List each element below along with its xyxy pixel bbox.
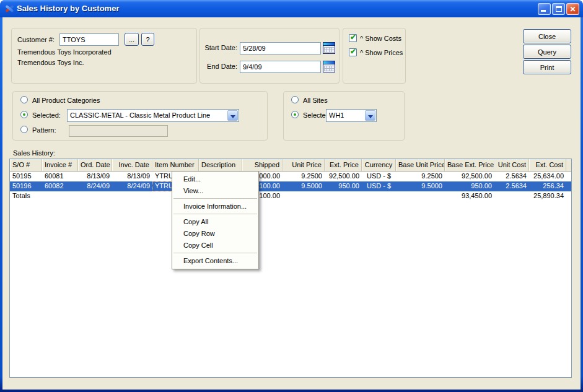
end-date-input[interactable] <box>240 61 321 73</box>
table-cell[interactable]: 9.2500 <box>283 172 325 181</box>
menu-item[interactable]: Export Contents... <box>172 255 258 267</box>
display-options-group: ✔ ^ Show Costs ✔ ^ Show Prices <box>343 28 406 84</box>
all-sites-radio[interactable] <box>291 96 299 103</box>
table-cell[interactable] <box>283 191 325 201</box>
selected-site-radio[interactable] <box>291 111 299 118</box>
table-cell[interactable]: 8/13/09 <box>78 172 112 181</box>
pattern-input[interactable] <box>69 125 168 137</box>
menu-item[interactable]: Copy Cell <box>172 240 258 251</box>
menu-item[interactable]: Edit... <box>172 173 258 185</box>
pattern-radio[interactable] <box>20 126 28 133</box>
table-cell[interactable]: 50196 <box>10 181 42 191</box>
table-header-row: S/O #Invoice #Ord. DateInvc. DateItem Nu… <box>10 159 571 172</box>
sites-group: All Sites Selected: WH1 <box>283 91 405 141</box>
table-row[interactable]: 50195600818/13/098/13/09YTRU10,000.009.2… <box>10 172 571 181</box>
table-cell[interactable]: 9.5000 <box>396 181 445 191</box>
column-header[interactable]: Unit Cost <box>494 159 529 171</box>
start-date-input[interactable] <box>240 42 321 54</box>
menu-item[interactable]: View... <box>172 185 258 197</box>
category-select-value: CLASSIC-METAL - Classic Metal Product Li… <box>70 111 226 119</box>
customer-label: Customer #: <box>17 36 55 43</box>
table-cell[interactable] <box>494 191 529 201</box>
column-header[interactable]: Invc. Date <box>112 159 152 171</box>
selected-category-radio[interactable] <box>20 111 28 118</box>
start-date-label: Start Date: <box>203 44 237 51</box>
customer-name-line2: Tremendous Toys Inc. <box>17 59 84 66</box>
show-costs-checkbox[interactable]: ✔ <box>349 34 357 42</box>
table-cell[interactable]: 8/24/09 <box>112 181 152 191</box>
column-header[interactable]: Currency <box>362 159 396 171</box>
start-date-calendar-icon[interactable] <box>323 42 335 54</box>
column-header[interactable]: S/O # <box>10 159 42 171</box>
column-header[interactable]: Ext. Price <box>325 159 362 171</box>
menu-separator <box>173 214 257 214</box>
check-icon: ✔ <box>350 48 356 56</box>
menu-item[interactable]: Copy Row <box>172 228 258 240</box>
chevron-down-icon[interactable] <box>365 110 375 121</box>
close-window-button[interactable]: ✕ <box>566 3 579 15</box>
table-row[interactable]: 50196600828/24/098/24/09YTRU100.009.5000… <box>10 181 571 191</box>
all-product-categories-radio[interactable] <box>20 96 28 103</box>
title-bar[interactable]: Sales History by Customer ✕ <box>0 0 583 17</box>
table-cell[interactable] <box>362 191 396 201</box>
table-cell[interactable]: 92,500.00 <box>325 172 362 181</box>
table-cell[interactable]: 8/24/09 <box>78 181 112 191</box>
table-cell[interactable]: 50195 <box>10 172 42 181</box>
sales-history-table[interactable]: S/O #Invoice #Ord. DateInvc. DateItem Nu… <box>9 159 572 378</box>
table-cell[interactable]: 9.5000 <box>283 181 325 191</box>
table-cell[interactable]: 60081 <box>42 172 78 181</box>
table-cell[interactable]: 8/13/09 <box>112 172 152 181</box>
table-cell[interactable]: 2.5634 <box>494 181 529 191</box>
maximize-icon <box>556 6 562 12</box>
table-cell[interactable] <box>78 191 112 201</box>
column-header[interactable]: Unit Price <box>283 159 325 171</box>
table-cell[interactable]: 2.5634 <box>494 172 529 181</box>
table-cell[interactable]: 25,634.00 <box>529 172 566 181</box>
column-header[interactable]: Base Ext. Price <box>445 159 494 171</box>
table-cell[interactable]: 950.00 <box>445 181 494 191</box>
table-cell[interactable]: 9.2500 <box>396 172 445 181</box>
table-cell[interactable] <box>396 191 445 201</box>
totals-row[interactable]: Totals10,100.0093,450.0025,890.34 <box>10 191 571 201</box>
window-title: Sales History by Customer <box>17 4 119 13</box>
customer-help-button[interactable]: ? <box>141 33 154 46</box>
column-header[interactable]: Ord. Date <box>78 159 112 171</box>
end-date-calendar-icon[interactable] <box>323 61 335 72</box>
close-button[interactable]: Close <box>523 29 571 43</box>
table-cell[interactable]: USD - $ <box>362 172 396 181</box>
table-cell[interactable]: 60082 <box>42 181 78 191</box>
column-header[interactable]: Shipped <box>242 159 283 171</box>
table-cell[interactable] <box>42 191 78 201</box>
table-cell[interactable]: 93,450.00 <box>445 191 494 201</box>
all-sites-label: All Sites <box>303 97 328 104</box>
column-header[interactable]: Description <box>199 159 242 171</box>
query-button[interactable]: Query <box>523 45 571 59</box>
chevron-down-icon[interactable] <box>227 110 238 121</box>
show-prices-label: ^ Show Prices <box>360 49 403 56</box>
table-cell[interactable]: 256.34 <box>529 181 566 191</box>
table-cell[interactable] <box>112 191 152 201</box>
maximize-button[interactable] <box>552 3 565 15</box>
menu-separator <box>173 253 257 253</box>
column-header[interactable]: Ext. Cost <box>529 159 566 171</box>
minimize-button[interactable] <box>538 3 551 15</box>
category-select[interactable]: CLASSIC-METAL - Classic Metal Product Li… <box>67 109 239 122</box>
customer-input[interactable] <box>59 33 119 46</box>
column-header[interactable]: Invoice # <box>42 159 78 171</box>
customer-browse-button[interactable]: ... <box>125 33 139 46</box>
table-cell[interactable]: 950.00 <box>325 181 362 191</box>
column-header[interactable]: Base Unit Price <box>396 159 445 171</box>
site-select[interactable]: WH1 <box>326 109 377 122</box>
table-body: 50195600818/13/098/13/09YTRU10,000.009.2… <box>10 172 571 201</box>
app-window: Sales History by Customer ✕ Customer #: … <box>0 0 583 392</box>
table-cell[interactable] <box>325 191 362 201</box>
table-cell[interactable]: Totals <box>10 191 42 201</box>
table-cell[interactable]: 92,500.00 <box>445 172 494 181</box>
column-header[interactable]: Item Number <box>152 159 199 171</box>
menu-item[interactable]: Copy All <box>172 216 258 228</box>
table-cell[interactable]: USD - $ <box>362 181 396 191</box>
print-button[interactable]: Print <box>523 60 571 74</box>
menu-item[interactable]: Invoice Information... <box>172 201 258 212</box>
table-cell[interactable]: 25,890.34 <box>529 191 566 201</box>
show-prices-checkbox[interactable]: ✔ <box>349 48 357 56</box>
